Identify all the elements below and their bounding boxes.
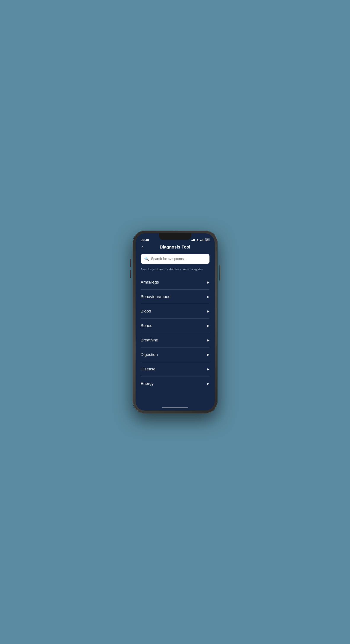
search-input[interactable] (151, 257, 206, 261)
volume-down-button[interactable] (130, 270, 131, 278)
notch (159, 234, 191, 240)
battery-icon: 20 (205, 238, 209, 242)
category-item-behaviour-mood[interactable]: Behaviour/mood▶ (141, 290, 210, 304)
category-item-breathing[interactable]: Breathing▶ (141, 333, 210, 348)
category-label-blood: Blood (141, 309, 151, 314)
volume-up-button[interactable] (130, 259, 131, 267)
back-button[interactable]: ‹ (140, 244, 145, 251)
header: ‹ Diagnosis Tool (136, 243, 215, 254)
home-bar (162, 407, 188, 408)
phone-frame: 20:48 ▲ 20 (133, 231, 217, 413)
category-item-disease[interactable]: Disease▶ (141, 362, 210, 376)
category-list: Arms/legs▶Behaviour/mood▶Blood▶Bones▶Bre… (136, 275, 215, 391)
category-label-behaviour-mood: Behaviour/mood (141, 294, 170, 299)
category-label-digestion: Digestion (141, 352, 158, 357)
search-box[interactable]: 🔍 (141, 254, 210, 264)
category-item-energy[interactable]: Energy▶ (141, 376, 210, 391)
category-item-arms-legs[interactable]: Arms/legs▶ (141, 275, 210, 290)
category-label-disease: Disease (141, 367, 156, 372)
wifi-icon: ▲ (196, 238, 199, 241)
chevron-right-icon: ▶ (207, 368, 210, 371)
chevron-right-icon: ▶ (207, 353, 210, 356)
category-item-digestion[interactable]: Digestion▶ (141, 348, 210, 362)
chevron-right-icon: ▶ (207, 324, 210, 328)
chevron-right-icon: ▶ (207, 295, 210, 298)
search-hint: Search symptoms or select from below cat… (136, 266, 215, 275)
phone-screen: 20:48 ▲ 20 (136, 234, 215, 410)
category-label-arms-legs: Arms/legs (141, 280, 159, 284)
home-indicator (136, 404, 215, 410)
signal-icon-2 (200, 238, 204, 241)
search-container: 🔍 (136, 254, 215, 266)
status-time: 20:48 (141, 238, 149, 242)
power-button[interactable] (220, 266, 220, 280)
category-label-energy: Energy (141, 381, 154, 386)
signal-icon (191, 238, 195, 241)
chevron-right-icon: ▶ (207, 338, 210, 342)
chevron-right-icon: ▶ (207, 310, 210, 313)
search-icon: 🔍 (144, 256, 149, 261)
page-title: Diagnosis Tool (160, 245, 190, 250)
category-item-blood[interactable]: Blood▶ (141, 304, 210, 318)
chevron-right-icon: ▶ (207, 280, 210, 284)
screen-content: ‹ Diagnosis Tool 🔍 Search symptoms or se… (136, 243, 215, 404)
chevron-right-icon: ▶ (207, 382, 210, 385)
category-item-bones[interactable]: Bones▶ (141, 318, 210, 333)
category-label-bones: Bones (141, 323, 152, 328)
status-icons: ▲ 20 (191, 238, 209, 242)
category-label-breathing: Breathing (141, 338, 158, 342)
